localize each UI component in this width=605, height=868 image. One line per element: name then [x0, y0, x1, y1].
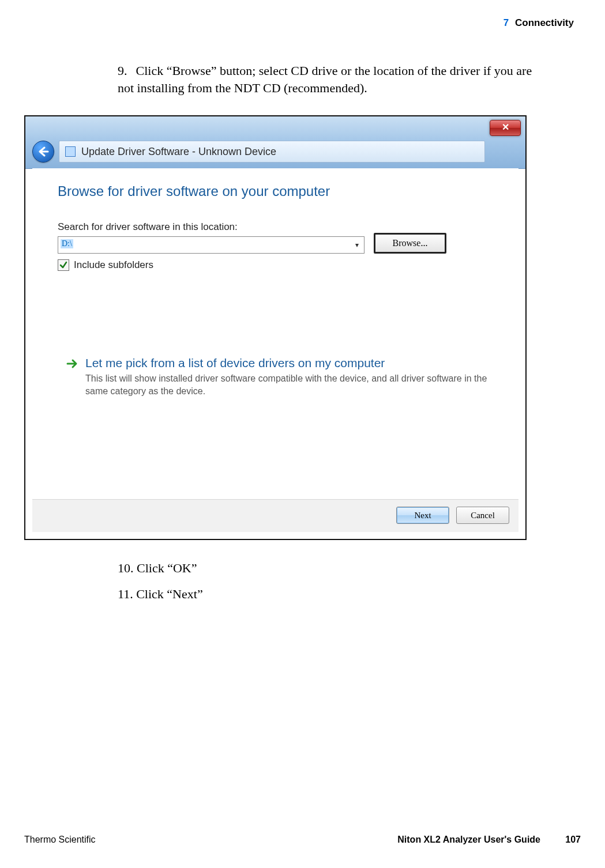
- dialog-heading: Browse for driver software on your compu…: [58, 183, 330, 199]
- search-location-label: Search for driver software in this locat…: [58, 221, 238, 233]
- screenshot-window: Update Driver Software - Unknown Device …: [24, 115, 527, 540]
- step-11: 11. Click “Next”: [118, 586, 203, 603]
- step-9: 9. Click “Browse” button; select CD driv…: [118, 62, 544, 96]
- pick-from-list-description: This list will show installed driver sof…: [85, 372, 501, 397]
- window-icon: [65, 146, 76, 157]
- back-button[interactable]: [32, 141, 54, 163]
- dialog-button-bar: Next Cancel: [32, 499, 518, 532]
- arrow-right-icon: [66, 357, 78, 370]
- next-button[interactable]: Next: [396, 507, 449, 524]
- footer-guide: Niton XL2 Analyzer User's Guide: [397, 835, 540, 845]
- window-title-strip: Update Driver Software - Unknown Device: [59, 141, 485, 163]
- checkmark-icon: [59, 261, 67, 269]
- chapter-title: Connectivity: [515, 17, 574, 28]
- dialog-body: Browse for driver software on your compu…: [32, 168, 518, 532]
- titlebar: Update Driver Software - Unknown Device …: [25, 116, 525, 169]
- pick-from-list-title: Let me pick from a list of device driver…: [85, 356, 501, 370]
- include-subfolders-checkbox[interactable]: [58, 259, 69, 271]
- page-header: 7 Connectivity: [503, 17, 574, 29]
- location-value: D:\: [61, 239, 73, 248]
- footer-brand: Thermo Scientific: [24, 835, 96, 844]
- window-title: Update Driver Software - Unknown Device: [81, 146, 276, 158]
- step-9-text: Click “Browse” button; select CD drive o…: [118, 63, 532, 95]
- chevron-down-icon: ▾: [352, 239, 362, 251]
- step-9-number: 9.: [118, 62, 133, 80]
- include-subfolders-row: Include subfolders: [58, 259, 153, 271]
- step-10: 10. Click “OK”: [118, 560, 197, 577]
- close-icon: ✕: [502, 122, 509, 132]
- chapter-number: 7: [503, 17, 509, 28]
- footer-page-number: 107: [565, 835, 581, 845]
- close-button[interactable]: ✕: [490, 120, 521, 136]
- page-footer: Thermo Scientific Niton XL2 Analyzer Use…: [24, 835, 581, 845]
- cancel-button[interactable]: Cancel: [456, 507, 509, 524]
- back-arrow-icon: [37, 146, 49, 157]
- include-subfolders-label: Include subfolders: [74, 259, 153, 271]
- browse-button[interactable]: Browse...: [374, 233, 446, 254]
- location-combobox[interactable]: D:\ ▾: [58, 236, 364, 254]
- pick-from-list-link[interactable]: Let me pick from a list of device driver…: [66, 356, 501, 397]
